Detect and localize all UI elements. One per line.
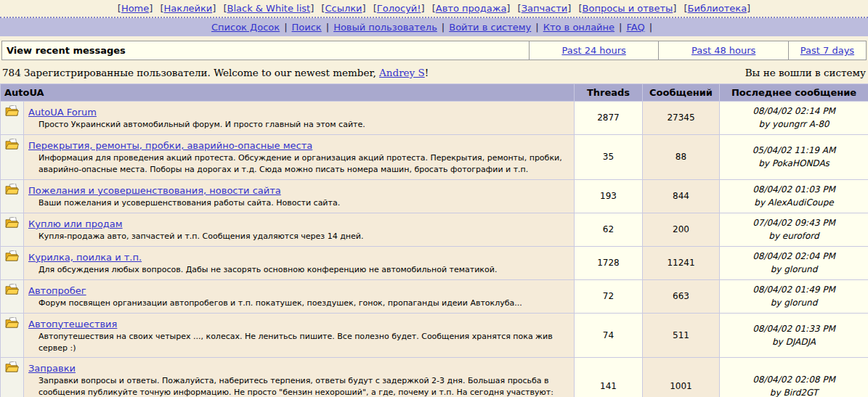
forum-link[interactable]: Курилка, поилка и т.п. — [28, 252, 142, 263]
posts-count: 511 — [643, 313, 720, 358]
top-nav-link-parts[interactable]: Запчасти — [522, 3, 568, 14]
last-post-cell: 08/04/02 01:03 PMby AlexAudiCoupe — [720, 179, 868, 213]
column-header-board: AutoUA — [1, 84, 575, 102]
folder-icon-cell — [1, 279, 24, 313]
top-nav-item-bw-list[interactable]: [Black & White list] — [223, 3, 314, 14]
last-post-cell: 08/04/02 01:33 PMby DJADJA — [720, 313, 868, 358]
forum-description: Для обсуждения любых вопросов. Дабы не з… — [38, 264, 569, 276]
forum-table: AutoUA Threads Сообщений Последнее сообщ… — [0, 83, 868, 397]
nav-new-user[interactable]: Новый пользователь — [333, 22, 437, 33]
forum-description-text: Ваши пожелания и усовершенствования рабо… — [38, 198, 340, 208]
registered-users-suffix: ! — [425, 67, 429, 78]
posts-count: 11241 — [643, 246, 720, 279]
last-post-cell: 08/04/02 02:14 PMby youngrr A-80 — [720, 102, 868, 135]
folder-icon — [5, 250, 19, 262]
bracket: ] — [421, 3, 425, 14]
top-nav-link-auto-sale[interactable]: Авто продажа — [436, 3, 507, 14]
folder-icon — [5, 217, 19, 229]
forum-link[interactable]: Автопробег — [28, 285, 86, 296]
last-post-date: 08/04/02 01:33 PM — [721, 322, 867, 335]
folder-icon — [5, 105, 19, 117]
nav-faq[interactable]: FAQ — [626, 22, 644, 33]
past-7-days-link[interactable]: Past 7 days — [800, 45, 854, 56]
last-post-author: by youngrr A-80 — [721, 118, 867, 131]
top-nav-link-qa[interactable]: Вопросы и ответы — [583, 3, 673, 14]
top-nav-link-links[interactable]: Ссылки — [325, 3, 362, 14]
forum-description-text: Информация для проведения акций протеста… — [38, 153, 562, 174]
newest-member-link[interactable]: Andrey S — [379, 67, 425, 78]
top-nav-link-home[interactable]: Home — [121, 3, 149, 14]
forum-link[interactable]: Автопутешествия — [28, 319, 117, 330]
last-post-date: 08/04/02 02:04 PM — [721, 250, 867, 263]
forum-link[interactable]: AutoUA Forum — [28, 107, 97, 118]
forum-link[interactable]: Перекрытия, ремонты, пробки, аварийно-оп… — [28, 140, 312, 151]
top-nav-item-vote[interactable]: [Голосуй!] — [373, 3, 425, 14]
top-nav-link-vote[interactable]: Голосуй! — [377, 3, 421, 14]
posts-count: 844 — [643, 179, 720, 213]
folder-icon — [5, 184, 19, 195]
threads-count: 35 — [575, 134, 643, 179]
threads-count: 141 — [575, 358, 643, 397]
column-header-last-post: Последнее сообщение — [720, 84, 868, 102]
last-post-cell: 08/04/02 02:04 PMby glorund — [720, 246, 868, 279]
threads-count: 72 — [575, 279, 643, 313]
registered-users-prefix: 784 Зарегистрированные пользователи. Wel… — [2, 67, 379, 78]
forum-row: Куплю или продам Купля-продажа авто, зап… — [1, 213, 868, 246]
top-nav-item-library[interactable]: [Библиотека] — [684, 3, 751, 14]
top-nav-item-links[interactable]: [Ссылки] — [321, 3, 365, 14]
top-nav-item-parts[interactable]: [Запчасти] — [518, 3, 572, 14]
nav-search[interactable]: Поиск — [292, 22, 322, 33]
forum-description: Ваши пожелания и усовершенствования рабо… — [38, 197, 569, 209]
user-status-line: 784 Зарегистрированные пользователи. Wel… — [0, 60, 868, 83]
top-nav-item-home[interactable]: [Home] — [118, 3, 153, 14]
forum-link[interactable]: Пожелания и усовершенствования, новости … — [28, 185, 281, 196]
top-nav-link-library[interactable]: Библиотека — [688, 3, 747, 14]
recent-messages-bar: View recent messages Past 24 hours Past … — [1, 41, 867, 60]
folder-icon — [5, 139, 19, 150]
folder-icon-cell — [1, 358, 24, 397]
nav-login[interactable]: Войти в систему — [449, 22, 531, 33]
forum-link[interactable]: Заправки — [28, 363, 76, 374]
separator: | — [531, 22, 543, 33]
last-post-author: by DJADJA — [721, 335, 867, 348]
last-post-cell: 05/04/02 11:19 AMby PokaHONDAs — [720, 134, 868, 179]
last-post-author: by AlexAudiCoupe — [721, 196, 867, 209]
top-nav-link-stickers[interactable]: Наклейки — [164, 3, 213, 14]
past-48-hours-link[interactable]: Past 48 hours — [691, 45, 755, 56]
last-post-date: 08/04/02 02:08 PM — [721, 373, 867, 386]
past-24-hours-link[interactable]: Past 24 hours — [561, 45, 625, 56]
forum-description: Заправки вопросы и ответы. Пожалуйста, н… — [38, 375, 569, 397]
last-post-date: 05/04/02 11:19 AM — [721, 144, 867, 157]
last-post-cell: 08/04/02 02:08 PMby Bird2GT — [720, 358, 868, 397]
bracket: ] — [567, 3, 571, 14]
nav-whos-online[interactable]: Кто в онлайне — [543, 22, 615, 33]
forum-description-text: Заправки вопросы и ответы. Пожалуйста, н… — [38, 376, 553, 397]
last-post-cell: 08/04/02 01:49 PMby glorund — [720, 279, 868, 313]
last-post-date: 07/04/02 09:43 PM — [721, 216, 867, 229]
posts-count: 200 — [643, 213, 720, 246]
last-post-author: by glorund — [721, 263, 867, 276]
column-header-posts: Сообщений — [643, 84, 720, 102]
column-header-threads: Threads — [575, 84, 643, 102]
separator: | — [437, 22, 449, 33]
forum-link[interactable]: Куплю или продам — [28, 218, 123, 229]
folder-icon-cell — [1, 246, 24, 279]
last-post-date: 08/04/02 01:03 PM — [721, 183, 867, 196]
threads-count: 74 — [575, 313, 643, 358]
threads-count: 1728 — [575, 246, 643, 279]
forum-nav-bar: Список Досок|Поиск|Новый пользователь|Во… — [0, 18, 868, 36]
top-nav-item-auto-sale[interactable]: [Авто продажа] — [432, 3, 511, 14]
bracket: ] — [747, 3, 750, 14]
nav-board-list[interactable]: Список Досок — [211, 22, 280, 33]
forum-description: Просто Украинский автомобильный форум. И… — [38, 119, 569, 131]
forum-description-text: Форум посвящен организации автопробегов … — [38, 298, 522, 308]
top-nav-link-bw-list[interactable]: Black & White list — [227, 3, 311, 14]
threads-count: 2877 — [575, 102, 643, 135]
top-nav-item-qa[interactable]: [Вопросы и ответы] — [579, 3, 677, 14]
forum-description: Форум посвящен организации автопробегов … — [38, 298, 569, 309]
folder-icon-cell — [1, 179, 24, 213]
posts-count: 1001 — [643, 358, 720, 397]
last-post-author: by euroford — [721, 229, 867, 242]
bracket: ] — [149, 3, 153, 14]
top-nav-item-stickers[interactable]: [Наклейки] — [161, 3, 216, 14]
